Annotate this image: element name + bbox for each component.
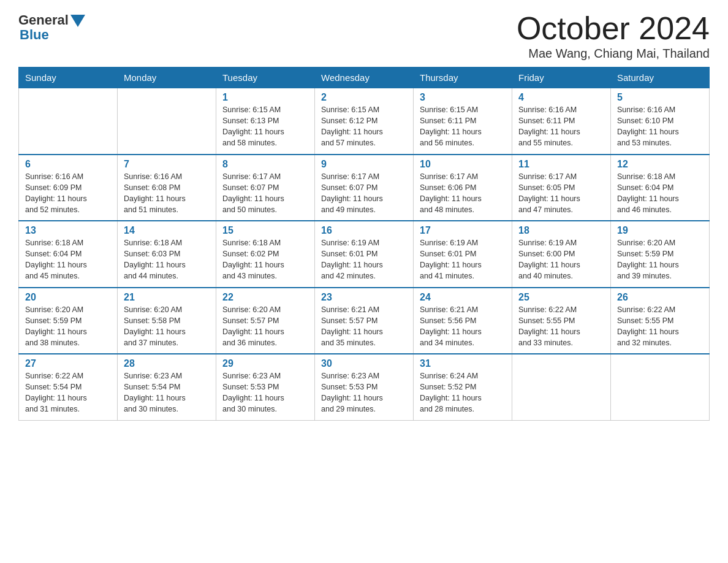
logo-general-text: General [18,12,69,28]
day-info: Sunrise: 6:15 AM Sunset: 6:12 PM Dayligh… [321,104,407,149]
calendar-header-tuesday: Tuesday [216,67,315,88]
calendar-cell: 7Sunrise: 6:16 AM Sunset: 6:08 PM Daylig… [118,155,216,221]
calendar-cell: 19Sunrise: 6:20 AM Sunset: 5:59 PM Dayli… [611,221,710,288]
day-info: Sunrise: 6:23 AM Sunset: 5:54 PM Dayligh… [124,370,210,415]
calendar-cell: 23Sunrise: 6:21 AM Sunset: 5:57 PM Dayli… [315,288,414,354]
calendar-cell [19,88,118,155]
calendar-cell: 12Sunrise: 6:18 AM Sunset: 6:04 PM Dayli… [611,155,710,221]
day-info: Sunrise: 6:22 AM Sunset: 5:55 PM Dayligh… [617,304,703,349]
day-number: 23 [321,292,407,303]
calendar-cell: 6Sunrise: 6:16 AM Sunset: 6:09 PM Daylig… [19,155,118,221]
calendar-cell: 5Sunrise: 6:16 AM Sunset: 6:10 PM Daylig… [611,88,710,155]
logo: General Blue [18,12,85,43]
day-info: Sunrise: 6:23 AM Sunset: 5:53 PM Dayligh… [321,370,407,415]
day-number: 24 [420,292,506,303]
day-info: Sunrise: 6:15 AM Sunset: 6:13 PM Dayligh… [222,104,308,149]
day-number: 8 [222,159,308,170]
calendar-cell: 3Sunrise: 6:15 AM Sunset: 6:11 PM Daylig… [414,88,512,155]
day-info: Sunrise: 6:24 AM Sunset: 5:52 PM Dayligh… [420,370,506,415]
calendar-header-row: SundayMondayTuesdayWednesdayThursdayFrid… [19,67,710,88]
calendar-header-saturday: Saturday [611,67,710,88]
day-number: 28 [124,358,210,369]
day-number: 29 [222,358,308,369]
calendar-cell: 16Sunrise: 6:19 AM Sunset: 6:01 PM Dayli… [315,221,414,288]
calendar-cell: 26Sunrise: 6:22 AM Sunset: 5:55 PM Dayli… [611,288,710,354]
calendar-header-monday: Monday [118,67,216,88]
day-number: 26 [617,292,703,303]
day-info: Sunrise: 6:20 AM Sunset: 5:57 PM Dayligh… [222,304,308,349]
day-info: Sunrise: 6:23 AM Sunset: 5:53 PM Dayligh… [222,370,308,415]
calendar-cell: 18Sunrise: 6:19 AM Sunset: 6:00 PM Dayli… [512,221,611,288]
calendar-cell: 13Sunrise: 6:18 AM Sunset: 6:04 PM Dayli… [19,221,118,288]
calendar-cell: 28Sunrise: 6:23 AM Sunset: 5:54 PM Dayli… [118,354,216,420]
day-info: Sunrise: 6:17 AM Sunset: 6:05 PM Dayligh… [518,171,604,216]
calendar-week-row: 13Sunrise: 6:18 AM Sunset: 6:04 PM Dayli… [19,221,710,288]
day-info: Sunrise: 6:20 AM Sunset: 5:58 PM Dayligh… [124,304,210,349]
calendar-cell: 27Sunrise: 6:22 AM Sunset: 5:54 PM Dayli… [19,354,118,420]
day-number: 16 [321,225,407,236]
header: General Blue October 2024 Mae Wang, Chia… [18,12,710,61]
day-number: 17 [420,225,506,236]
day-info: Sunrise: 6:15 AM Sunset: 6:11 PM Dayligh… [420,104,506,149]
logo-triangle-icon [70,15,85,27]
calendar-cell: 10Sunrise: 6:17 AM Sunset: 6:06 PM Dayli… [414,155,512,221]
calendar-cell: 14Sunrise: 6:18 AM Sunset: 6:03 PM Dayli… [118,221,216,288]
day-info: Sunrise: 6:19 AM Sunset: 6:01 PM Dayligh… [321,237,407,282]
day-info: Sunrise: 6:21 AM Sunset: 5:57 PM Dayligh… [321,304,407,349]
day-info: Sunrise: 6:16 AM Sunset: 6:10 PM Dayligh… [617,104,703,149]
day-number: 25 [518,292,604,303]
calendar-week-row: 6Sunrise: 6:16 AM Sunset: 6:09 PM Daylig… [19,155,710,221]
day-number: 2 [321,92,407,103]
calendar-cell: 11Sunrise: 6:17 AM Sunset: 6:05 PM Dayli… [512,155,611,221]
day-info: Sunrise: 6:18 AM Sunset: 6:04 PM Dayligh… [617,171,703,216]
day-info: Sunrise: 6:18 AM Sunset: 6:02 PM Dayligh… [222,237,308,282]
day-info: Sunrise: 6:18 AM Sunset: 6:03 PM Dayligh… [124,237,210,282]
day-info: Sunrise: 6:19 AM Sunset: 6:01 PM Dayligh… [420,237,506,282]
day-info: Sunrise: 6:16 AM Sunset: 6:09 PM Dayligh… [25,171,111,216]
day-number: 27 [25,358,111,369]
day-number: 7 [124,159,210,170]
calendar-cell: 21Sunrise: 6:20 AM Sunset: 5:58 PM Dayli… [118,288,216,354]
calendar-cell: 2Sunrise: 6:15 AM Sunset: 6:12 PM Daylig… [315,88,414,155]
calendar-cell: 4Sunrise: 6:16 AM Sunset: 6:11 PM Daylig… [512,88,611,155]
calendar-cell: 30Sunrise: 6:23 AM Sunset: 5:53 PM Dayli… [315,354,414,420]
day-info: Sunrise: 6:22 AM Sunset: 5:54 PM Dayligh… [25,370,111,415]
day-number: 11 [518,159,604,170]
day-info: Sunrise: 6:18 AM Sunset: 6:04 PM Dayligh… [25,237,111,282]
calendar-cell: 9Sunrise: 6:17 AM Sunset: 6:07 PM Daylig… [315,155,414,221]
day-number: 21 [124,292,210,303]
calendar-cell: 15Sunrise: 6:18 AM Sunset: 6:02 PM Dayli… [216,221,315,288]
calendar-cell [118,88,216,155]
title-area: October 2024 Mae Wang, Chiang Mai, Thail… [517,12,710,61]
calendar-header-friday: Friday [512,67,611,88]
calendar-cell: 17Sunrise: 6:19 AM Sunset: 6:01 PM Dayli… [414,221,512,288]
calendar-cell: 1Sunrise: 6:15 AM Sunset: 6:13 PM Daylig… [216,88,315,155]
day-number: 1 [222,92,308,103]
day-info: Sunrise: 6:17 AM Sunset: 6:07 PM Dayligh… [321,171,407,216]
day-number: 18 [518,225,604,236]
calendar-cell: 8Sunrise: 6:17 AM Sunset: 6:07 PM Daylig… [216,155,315,221]
day-info: Sunrise: 6:19 AM Sunset: 6:00 PM Dayligh… [518,237,604,282]
day-number: 9 [321,159,407,170]
calendar-cell: 22Sunrise: 6:20 AM Sunset: 5:57 PM Dayli… [216,288,315,354]
day-number: 14 [124,225,210,236]
day-number: 15 [222,225,308,236]
calendar-header-wednesday: Wednesday [315,67,414,88]
day-number: 10 [420,159,506,170]
calendar-cell: 31Sunrise: 6:24 AM Sunset: 5:52 PM Dayli… [414,354,512,420]
day-info: Sunrise: 6:21 AM Sunset: 5:56 PM Dayligh… [420,304,506,349]
day-number: 19 [617,225,703,236]
day-number: 12 [617,159,703,170]
calendar-week-row: 1Sunrise: 6:15 AM Sunset: 6:13 PM Daylig… [19,88,710,155]
calendar-week-row: 20Sunrise: 6:20 AM Sunset: 5:59 PM Dayli… [19,288,710,354]
calendar-header-sunday: Sunday [19,67,118,88]
day-number: 31 [420,358,506,369]
calendar-week-row: 27Sunrise: 6:22 AM Sunset: 5:54 PM Dayli… [19,354,710,420]
day-info: Sunrise: 6:16 AM Sunset: 6:08 PM Dayligh… [124,171,210,216]
calendar-cell: 20Sunrise: 6:20 AM Sunset: 5:59 PM Dayli… [19,288,118,354]
location-subtitle: Mae Wang, Chiang Mai, Thailand [517,47,710,61]
day-number: 30 [321,358,407,369]
day-number: 20 [25,292,111,303]
month-title: October 2024 [517,12,710,44]
calendar-cell: 25Sunrise: 6:22 AM Sunset: 5:55 PM Dayli… [512,288,611,354]
